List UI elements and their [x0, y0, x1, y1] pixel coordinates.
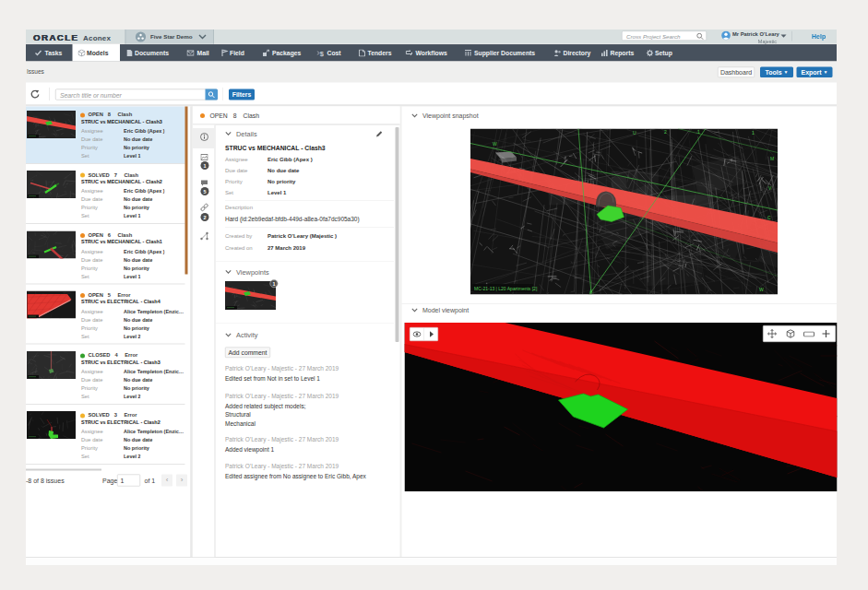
svg-text:U: U [633, 130, 636, 136]
svg-text:W: W [493, 141, 497, 147]
svg-text:M: M [770, 156, 774, 161]
svg-text:$: $ [320, 50, 325, 57]
svg-text:2: 2 [664, 129, 667, 135]
svg-text:1: 1 [697, 129, 700, 135]
svg-text:1: 1 [752, 130, 755, 136]
svg-text:C: C [767, 215, 771, 220]
svg-text:MC-21-13 | L20 Apartments [2]: MC-21-13 | L20 Apartments [2] [474, 286, 538, 291]
svg-text:W: W [759, 287, 764, 292]
